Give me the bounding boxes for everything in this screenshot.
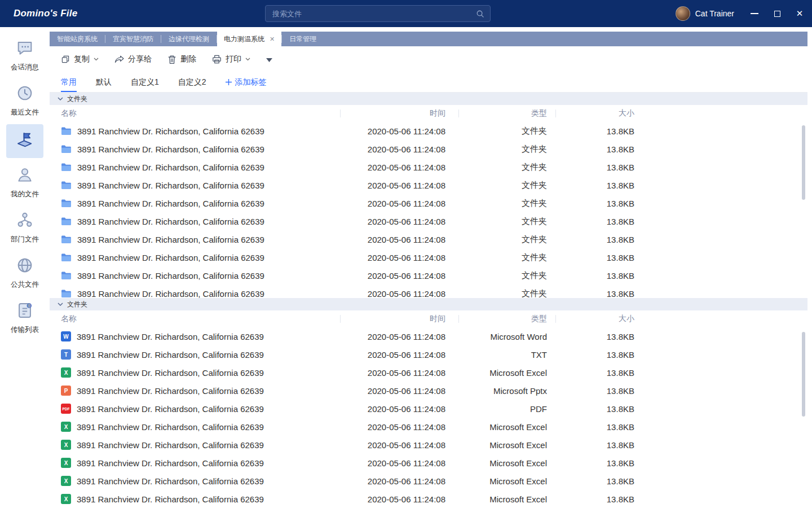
excel-icon: X <box>61 494 71 504</box>
document-tab[interactable]: 宜宾智慧消防 <box>105 32 161 46</box>
file-name: 3891 Ranchview Dr. Richardson, Californi… <box>77 332 264 341</box>
section-collapse-header[interactable]: 文件夹 <box>50 93 807 105</box>
user-menu[interactable]: Cat Trainer <box>676 0 734 27</box>
filter-tab-label: 自定义1 <box>131 77 159 87</box>
folder-icon <box>61 235 72 244</box>
table-header: 名称 时间 类型 大小 <box>50 105 807 122</box>
file-time: 2020-05-06 11:24:08 <box>327 404 445 414</box>
document-tab[interactable]: 电力测温系统✕ <box>217 32 281 46</box>
delete-button[interactable]: 删除 <box>167 54 196 64</box>
table-row[interactable]: 3891 Ranchview Dr. Richardson, Californi… <box>50 140 807 158</box>
close-button[interactable]: ✕ <box>795 9 804 18</box>
file-type: PDF <box>445 404 547 414</box>
file-size: 13.8KB <box>547 386 634 396</box>
file-name: 3891 Ranchview Dr. Richardson, Californi… <box>77 163 264 172</box>
file-time: 2020-05-06 11:24:08 <box>327 440 445 450</box>
column-header-name[interactable]: 名称 <box>61 108 327 119</box>
table-row[interactable]: 3891 Ranchview Dr. Richardson, Californi… <box>50 158 807 176</box>
file-type: 文件夹 <box>445 270 547 281</box>
table-row[interactable]: 3891 Ranchview Dr. Richardson, Californi… <box>50 194 807 212</box>
sidebar-item-recent-files[interactable]: 最近文件 <box>3 79 46 121</box>
scrollbar-thumb[interactable] <box>802 332 805 417</box>
column-header-size[interactable]: 大小 <box>547 314 634 324</box>
column-header-name[interactable]: 名称 <box>61 314 327 324</box>
section-collapse-header[interactable]: 文件夹 <box>50 298 807 310</box>
table-row[interactable]: 3891 Ranchview Dr. Richardson, Californi… <box>50 248 807 266</box>
sidebar-item-department-files[interactable]: 部门文件 <box>3 206 46 248</box>
filter-tab[interactable]: 自定义2 <box>178 72 206 92</box>
sidebar-item-transfer-list[interactable]: 0传输列表 <box>3 296 46 339</box>
file-name: 3891 Ranchview Dr. Richardson, Californi… <box>77 404 264 414</box>
table-row[interactable]: 3891 Ranchview Dr. Richardson, Californi… <box>50 122 807 140</box>
minimize-button[interactable] <box>750 9 759 18</box>
table-row[interactable]: W 3891 Ranchview Dr. Richardson, Califor… <box>50 327 807 345</box>
file-time: 2020-05-06 11:24:08 <box>327 386 445 396</box>
file-time: 2020-05-06 11:24:08 <box>327 199 445 208</box>
file-time: 2020-05-06 11:24:08 <box>327 458 445 468</box>
column-header-type[interactable]: 类型 <box>445 314 547 324</box>
sidebar-item-all-files[interactable] <box>6 124 43 158</box>
table-row[interactable]: PDF 3891 Ranchview Dr. Richardson, Calif… <box>50 400 807 418</box>
filter-tab[interactable]: 默认 <box>96 72 112 92</box>
more-dropdown-button[interactable] <box>266 55 272 64</box>
table-row[interactable]: X 3891 Ranchview Dr. Richardson, Califor… <box>50 364 807 382</box>
file-name: 3891 Ranchview Dr. Richardson, Californi… <box>77 289 264 299</box>
file-size: 13.8KB <box>547 163 634 172</box>
filter-tab[interactable]: 自定义1 <box>131 72 159 92</box>
sidebar-item-label: 部门文件 <box>11 235 39 244</box>
file-name: 3891 Ranchview Dr. Richardson, Californi… <box>77 368 264 378</box>
table-row[interactable]: T 3891 Ranchview Dr. Richardson, Califor… <box>50 345 807 364</box>
filter-tab-label: 默认 <box>96 77 112 87</box>
table-row[interactable]: 3891 Ranchview Dr. Richardson, Californi… <box>50 266 807 284</box>
sidebar-item-messages[interactable]: 会话消息 <box>3 34 46 76</box>
document-tab[interactable]: 智能站房系统 <box>50 32 105 46</box>
search-input[interactable] <box>266 10 476 18</box>
table-row[interactable]: X 3891 Ranchview Dr. Richardson, Califor… <box>50 490 807 508</box>
section-title: 文件夹 <box>67 94 87 104</box>
document-tab[interactable]: 日常管理 <box>282 32 324 46</box>
table-row[interactable]: X 3891 Ranchview Dr. Richardson, Califor… <box>50 436 807 454</box>
column-header-type[interactable]: 类型 <box>445 108 547 119</box>
folder-icon <box>61 144 72 154</box>
scrollbar-thumb[interactable] <box>802 125 805 200</box>
excel-icon: X <box>61 458 71 468</box>
table-row[interactable]: X 3891 Ranchview Dr. Richardson, Califor… <box>50 454 807 472</box>
column-header-time[interactable]: 时间 <box>327 108 445 119</box>
table-row[interactable]: X 3891 Ranchview Dr. Richardson, Califor… <box>50 418 807 436</box>
file-type: Microsoft Excel <box>445 458 547 468</box>
table-row[interactable]: 3891 Ranchview Dr. Richardson, Californi… <box>50 230 807 248</box>
share-button[interactable]: 分享给 <box>114 54 152 64</box>
copy-label: 复制 <box>74 54 90 64</box>
add-tag-button[interactable]: 添加标签 <box>226 72 267 92</box>
file-type: Microsoft Excel <box>445 494 547 504</box>
file-type: 文件夹 <box>445 216 547 227</box>
tab-label: 电力测温系统 <box>224 34 264 44</box>
file-size: 13.8KB <box>547 126 634 136</box>
column-header-time[interactable]: 时间 <box>327 314 445 324</box>
plus-icon <box>226 78 232 87</box>
file-type: Microsoft Excel <box>445 476 547 486</box>
file-name: 3891 Ranchview Dr. Richardson, Californi… <box>77 126 264 136</box>
document-tab[interactable]: 边缘代理检测 <box>161 32 217 46</box>
file-type: 文件夹 <box>445 252 547 263</box>
sidebar-item-label: 会话消息 <box>11 63 39 72</box>
table-row[interactable]: 3891 Ranchview Dr. Richardson, Californi… <box>50 176 807 194</box>
maximize-button[interactable] <box>773 9 782 18</box>
table-row[interactable]: P 3891 Ranchview Dr. Richardson, Califor… <box>50 382 807 400</box>
print-button[interactable]: 打印 <box>212 54 250 64</box>
file-type: 文件夹 <box>445 126 547 137</box>
close-tab-icon[interactable]: ✕ <box>270 36 275 42</box>
sidebar-item-label: 最近文件 <box>11 108 39 117</box>
table-row[interactable]: 3891 Ranchview Dr. Richardson, Californi… <box>50 284 807 298</box>
sidebar-item-my-files[interactable]: 我的文件 <box>3 161 46 203</box>
table-row[interactable]: X 3891 Ranchview Dr. Richardson, Califor… <box>50 472 807 490</box>
header-divider <box>555 110 556 117</box>
file-type: 文件夹 <box>445 288 547 299</box>
filter-tab[interactable]: 常用 <box>61 72 77 92</box>
column-header-size[interactable]: 大小 <box>547 108 634 119</box>
file-size: 13.8KB <box>547 404 634 414</box>
copy-button[interactable]: 复制 <box>61 54 99 64</box>
sidebar-item-public-files[interactable]: 公共文件 <box>3 251 46 294</box>
search-icon[interactable] <box>476 10 484 18</box>
table-row[interactable]: 3891 Ranchview Dr. Richardson, Californi… <box>50 212 807 230</box>
